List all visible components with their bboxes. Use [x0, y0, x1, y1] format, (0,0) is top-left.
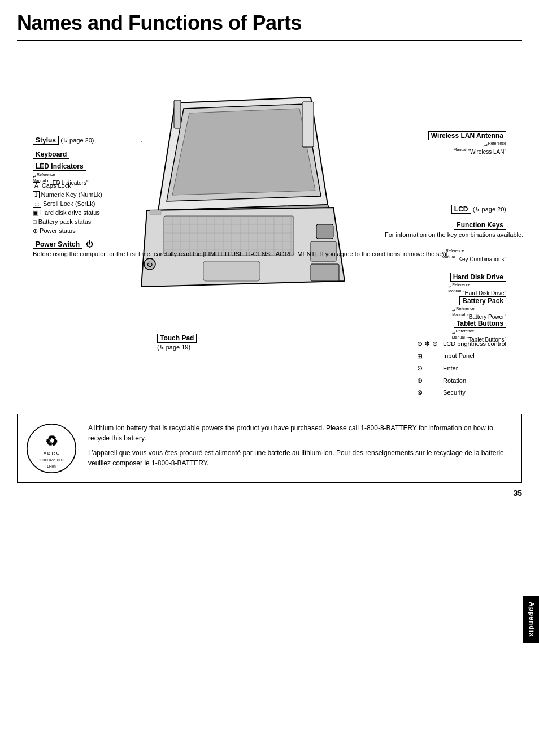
function-keys-ref: ↵ReferenceManual "Key Combinations" — [442, 249, 506, 262]
led-hdd-status: ▣ Hard disk drive status — [33, 209, 100, 217]
svg-text:♻: ♻ — [45, 433, 58, 449]
led-indicators-label: LED Indicators — [33, 162, 86, 171]
wireless-lan-ref: ↵ReferenceManual "Wireless LAN" — [454, 141, 506, 154]
appendix-tab: Appendix — [523, 596, 539, 643]
svg-text:A B R C: A B R C — [44, 451, 60, 456]
battery-text: A lithium ion battery that is recyclable… — [88, 423, 513, 468]
led-power-status: ⊕ Power status — [33, 227, 76, 235]
stylus-label: Stylus (↳ page 20) — [33, 136, 94, 145]
battery-pack-ref: ↵ReferenceManual "Battery Power" — [452, 306, 506, 319]
svg-rect-28 — [316, 224, 333, 239]
hard-disk-label: Hard Disk Drive — [450, 273, 506, 282]
function-keys-desc: For information on the key combinations … — [385, 231, 506, 239]
tablet-buttons-list: ⊙ ✽ ⊙ LCD brightness control ⊞ Input Pan… — [417, 338, 506, 399]
svg-rect-22 — [150, 210, 161, 215]
led-numeric: 1 Numeric Key (NumLk) — [33, 191, 102, 198]
recycle-logo: ♻ A B R C 1·800·822·8837 Li-ion — [26, 423, 77, 474]
battery-text-fr: L’appareil que vous vous êtes procuré es… — [88, 448, 513, 468]
led-caps-lock: A Caps Lock — [33, 182, 71, 189]
svg-rect-27 — [311, 264, 339, 281]
power-switch-desc: Before using the computer for the first … — [33, 250, 146, 258]
hard-disk-ref: ↵ReferenceManual "Hard Disk Drive" — [448, 283, 506, 296]
svg-rect-0 — [302, 102, 314, 147]
lcd-label: LCD (↳ page 20) — [451, 205, 506, 214]
svg-text:1·800·822·8837: 1·800·822·8837 — [39, 458, 64, 462]
function-keys-label: Function Keys — [454, 221, 506, 230]
led-battery-status: □ Battery pack status — [33, 218, 91, 225]
tablet-buttons-label: Tablet Buttons — [454, 319, 506, 328]
page-number: 35 — [17, 489, 522, 498]
keyboard-label: Keyboard — [33, 150, 69, 159]
svg-text:⏻: ⏻ — [147, 261, 153, 267]
battery-text-en: A lithium ion battery that is recyclable… — [88, 423, 513, 443]
led-scroll: ↕↕ Scroll Lock (ScrLk) — [33, 200, 95, 207]
page-title: Names and Functions of Parts — [17, 11, 522, 35]
title-divider — [17, 40, 522, 41]
svg-text:Li-ion: Li-ion — [47, 464, 56, 468]
touchpad-ref: (↳ page 19) — [157, 344, 190, 351]
wireless-lan-label: Wireless LAN Antenna — [428, 131, 506, 140]
battery-section: ♻ A B R C 1·800·822·8837 Li-ion A lithiu… — [17, 414, 522, 483]
svg-rect-1 — [174, 100, 181, 128]
power-switch-label: Power Switch ⏻ — [33, 240, 93, 249]
diagram-area: ⏻ Stylus (↳ page 20) Keyboard LED Indica — [17, 52, 522, 403]
svg-rect-25 — [203, 261, 260, 281]
battery-pack-label: Battery Pack — [459, 296, 506, 305]
laptop-illustration: ⏻ — [130, 86, 345, 301]
touchpad-label: Touch Pad — [157, 334, 197, 343]
svg-rect-2 — [164, 216, 294, 256]
